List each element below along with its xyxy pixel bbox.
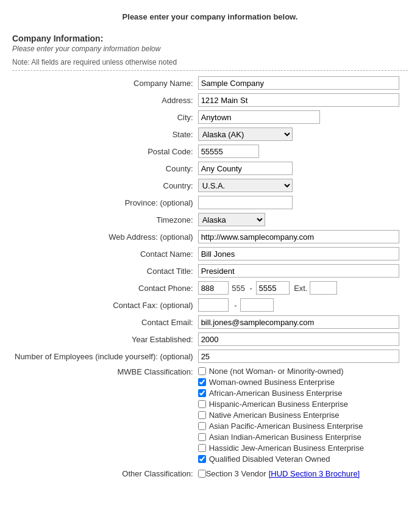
mwbe-option-5: Asian Pacific-American Business Enterpri…	[198, 422, 405, 431]
province-row: Province: (optional)	[12, 194, 408, 211]
phone-ext-input[interactable]	[310, 281, 337, 295]
contact-fax-label: Contact Fax: (optional)	[12, 296, 196, 314]
mwbe-option-3: Hispanic-American Business Enterprise	[198, 400, 405, 409]
hud-brochure-link[interactable]: [HUD Section 3 Brochure]	[269, 469, 360, 478]
mwbe-checkbox-1[interactable]	[198, 378, 206, 386]
company-name-cell	[196, 74, 408, 91]
contact-email-row: Contact Email:	[12, 314, 408, 331]
contact-fax-row: Contact Fax: (optional) -	[12, 296, 408, 314]
city-cell	[196, 109, 408, 126]
other-class-label: Other Classification:	[12, 467, 196, 480]
contact-title-row: Contact Title:	[12, 262, 408, 279]
province-input[interactable]	[198, 196, 293, 209]
contact-phone-row: Contact Phone: 555 - Ext.	[12, 279, 408, 296]
mwbe-option-7: Hassidic Jew-American Business Enterpris…	[198, 443, 405, 453]
contact-fax-cell: -	[196, 296, 408, 314]
note: Note: All fields are required unless oth…	[12, 58, 408, 71]
contact-name-cell	[196, 245, 408, 262]
province-label: Province: (optional)	[12, 194, 196, 211]
other-class-cell: Section 3 Vendor [HUD Section 3 Brochure…	[196, 467, 408, 480]
mwbe-checkbox-8[interactable]	[198, 455, 206, 463]
other-classification-row: Other Classification: Section 3 Vendor […	[12, 467, 408, 480]
fax-part1-input[interactable]	[198, 298, 229, 312]
timezone-label: Timezone:	[12, 211, 196, 228]
contact-phone-cell: 555 - Ext.	[196, 279, 408, 296]
phone-sep2: -	[249, 284, 254, 293]
state-cell: Alaska (AK) Alabama (AL) Arizona (AZ) Ar…	[196, 126, 408, 143]
contact-email-label: Contact Email:	[12, 314, 196, 331]
company-name-label: Company Name:	[12, 74, 196, 91]
phone-part1-input[interactable]	[198, 281, 229, 295]
contact-title-input[interactable]	[198, 264, 399, 278]
timezone-row: Timezone: Alaska Pacific Mountain Centra…	[12, 211, 408, 228]
year-input[interactable]	[198, 332, 399, 346]
mwbe-checkbox-6[interactable]	[198, 433, 206, 441]
postal-input[interactable]	[198, 145, 259, 158]
section-title: Company Information:	[12, 34, 408, 43]
other-class-option: Section 3 Vendor [HUD Section 3 Brochure…	[198, 469, 405, 478]
mwbe-option-4: Native American Business Enterprise	[198, 411, 405, 420]
mwbe-checkbox-2[interactable]	[198, 389, 206, 397]
address-row: Address:	[12, 91, 408, 109]
city-row: City:	[12, 109, 408, 126]
mwbe-option-1: Woman-owned Business Enterprise	[198, 378, 405, 387]
year-label: Year Established:	[12, 331, 196, 348]
page-header: Please enter your company information be…	[12, 6, 408, 34]
mwbe-cell: None (not Woman- or Minority-owned) Woma…	[196, 365, 408, 467]
contact-title-cell	[196, 262, 408, 279]
mwbe-checkbox-4[interactable]	[198, 411, 206, 419]
ext-label: Ext.	[294, 284, 307, 293]
other-class-checkbox[interactable]	[198, 470, 206, 478]
county-label: County:	[12, 160, 196, 177]
county-row: County:	[12, 160, 408, 177]
employees-cell	[196, 348, 408, 365]
fax-part3-input[interactable]	[240, 298, 274, 312]
mwbe-checkbox-3[interactable]	[198, 400, 206, 408]
contact-name-input[interactable]	[198, 247, 399, 260]
contact-name-row: Contact Name:	[12, 245, 408, 262]
mwbe-checkbox-5[interactable]	[198, 422, 206, 430]
state-label: State:	[12, 126, 196, 143]
employees-input[interactable]	[198, 350, 399, 363]
postal-label: Postal Code:	[12, 143, 196, 160]
company-name-row: Company Name:	[12, 74, 408, 91]
mwbe-option-label-7: Hassidic Jew-American Business Enterpris…	[209, 443, 364, 453]
company-name-input[interactable]	[198, 76, 399, 90]
phone-part3-input[interactable]	[256, 281, 290, 295]
year-row: Year Established:	[12, 331, 408, 348]
web-label: Web Address: (optional)	[12, 228, 196, 245]
timezone-cell: Alaska Pacific Mountain Central Eastern …	[196, 211, 408, 228]
phone-sep1: 555	[230, 284, 246, 293]
county-cell	[196, 160, 408, 177]
web-input[interactable]	[198, 230, 399, 243]
country-label: Country:	[12, 177, 196, 194]
country-row: Country: U.S.A. Canada Mexico	[12, 177, 408, 194]
state-select[interactable]: Alaska (AK) Alabama (AL) Arizona (AZ) Ar…	[198, 127, 293, 141]
city-input[interactable]	[198, 110, 320, 124]
fax-sep2: -	[233, 301, 238, 310]
section-subtitle: Please enter your company information be…	[12, 45, 408, 53]
mwbe-option-label-4: Native American Business Enterprise	[209, 411, 340, 420]
mwbe-checkbox-0[interactable]	[198, 367, 206, 375]
mwbe-option-6: Asian Indian-American Business Enterpris…	[198, 432, 405, 442]
address-cell	[196, 91, 408, 109]
contact-phone-label: Contact Phone:	[12, 279, 196, 296]
mwbe-option-label-0: None (not Woman- or Minority-owned)	[209, 367, 344, 376]
mwbe-option-label-6: Asian Indian-American Business Enterpris…	[209, 432, 361, 442]
postal-cell	[196, 143, 408, 160]
county-input[interactable]	[198, 162, 293, 175]
company-info-form: Company Name: Address: City: State: Alas…	[12, 74, 408, 480]
mwbe-option-label-1: Woman-owned Business Enterprise	[209, 378, 335, 387]
employees-row: Number of Employees (include yourself): …	[12, 348, 408, 365]
country-select[interactable]: U.S.A. Canada Mexico	[198, 179, 293, 192]
mwbe-option-0: None (not Woman- or Minority-owned)	[198, 367, 405, 376]
mwbe-checkbox-7[interactable]	[198, 444, 206, 452]
other-class-option-label: Section 3 Vendor	[206, 469, 266, 478]
address-input[interactable]	[198, 93, 399, 107]
timezone-select[interactable]: Alaska Pacific Mountain Central Eastern …	[198, 213, 265, 226]
year-cell	[196, 331, 408, 348]
contact-email-input[interactable]	[198, 315, 399, 329]
postal-row: Postal Code:	[12, 143, 408, 160]
country-cell: U.S.A. Canada Mexico	[196, 177, 408, 194]
mwbe-option-8: Qualified Disabled Veteran Owned	[198, 454, 405, 464]
